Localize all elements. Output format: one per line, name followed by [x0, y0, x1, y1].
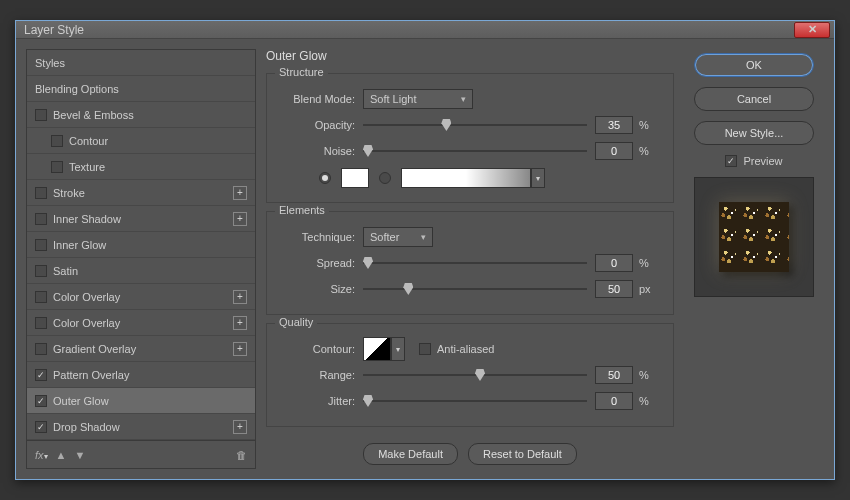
style-item-label: Inner Glow: [53, 239, 106, 251]
noise-unit: %: [639, 145, 661, 157]
blending-options-label: Blending Options: [35, 83, 119, 95]
size-unit: px: [639, 283, 661, 295]
down-icon[interactable]: ▼: [74, 449, 85, 461]
gradient-picker[interactable]: [401, 168, 531, 188]
gradient-radio[interactable]: [379, 172, 391, 184]
style-checkbox[interactable]: [51, 135, 63, 147]
quality-group: Quality Contour: ▾ Anti-aliased Range: 5…: [266, 323, 674, 427]
style-item-outer-glow[interactable]: Outer Glow: [27, 388, 255, 414]
range-slider[interactable]: [363, 368, 587, 382]
plus-icon[interactable]: +: [233, 212, 247, 226]
blend-mode-value: Soft Light: [370, 93, 416, 105]
style-checkbox[interactable]: [35, 369, 47, 381]
solid-color-radio[interactable]: [319, 172, 331, 184]
opacity-slider[interactable]: [363, 118, 587, 132]
opacity-value[interactable]: 35: [595, 116, 633, 134]
blending-options[interactable]: Blending Options: [27, 76, 255, 102]
reset-default-button[interactable]: Reset to Default: [468, 443, 577, 465]
spread-value[interactable]: 0: [595, 254, 633, 272]
up-icon[interactable]: ▲: [56, 449, 67, 461]
style-item-gradient-overlay[interactable]: Gradient Overlay+: [27, 336, 255, 362]
contour-label: Contour:: [279, 343, 355, 355]
style-checkbox[interactable]: [35, 187, 47, 199]
contour-swatch[interactable]: [363, 337, 391, 361]
technique-dropdown[interactable]: Softer ▾: [363, 227, 433, 247]
style-item-inner-shadow[interactable]: Inner Shadow+: [27, 206, 255, 232]
preview-label: Preview: [743, 155, 782, 167]
range-unit: %: [639, 369, 661, 381]
gradient-caret[interactable]: ▾: [531, 168, 545, 188]
style-item-label: Drop Shadow: [53, 421, 120, 433]
ok-button[interactable]: OK: [694, 53, 814, 77]
style-checkbox[interactable]: [35, 291, 47, 303]
contour-caret[interactable]: ▾: [391, 337, 405, 361]
style-item-inner-glow[interactable]: Inner Glow: [27, 232, 255, 258]
chevron-down-icon: ▾: [421, 232, 426, 242]
style-item-label: Stroke: [53, 187, 85, 199]
spread-unit: %: [639, 257, 661, 269]
color-swatch[interactable]: [341, 168, 369, 188]
style-item-label: Texture: [69, 161, 105, 173]
styles-sidebar: Styles Blending Options Bevel & EmbossCo…: [26, 49, 256, 469]
style-item-pattern-overlay[interactable]: Pattern Overlay: [27, 362, 255, 388]
plus-icon[interactable]: +: [233, 186, 247, 200]
close-button[interactable]: ✕: [794, 22, 830, 38]
style-item-label: Pattern Overlay: [53, 369, 129, 381]
style-checkbox[interactable]: [35, 239, 47, 251]
opacity-unit: %: [639, 119, 661, 131]
technique-label: Technique:: [279, 231, 355, 243]
style-item-color-overlay[interactable]: Color Overlay+: [27, 284, 255, 310]
elements-legend: Elements: [275, 204, 329, 216]
style-item-label: Bevel & Emboss: [53, 109, 134, 121]
plus-icon[interactable]: +: [233, 420, 247, 434]
cancel-button[interactable]: Cancel: [694, 87, 814, 111]
style-checkbox[interactable]: [35, 343, 47, 355]
style-checkbox[interactable]: [51, 161, 63, 173]
new-style-button[interactable]: New Style...: [694, 121, 814, 145]
make-default-button[interactable]: Make Default: [363, 443, 458, 465]
plus-icon[interactable]: +: [233, 290, 247, 304]
noise-value[interactable]: 0: [595, 142, 633, 160]
style-item-label: Color Overlay: [53, 291, 120, 303]
noise-label: Noise:: [279, 145, 355, 157]
opacity-label: Opacity:: [279, 119, 355, 131]
style-item-stroke[interactable]: Stroke+: [27, 180, 255, 206]
jitter-value[interactable]: 0: [595, 392, 633, 410]
preview-checkbox[interactable]: [725, 155, 737, 167]
styles-list: Styles Blending Options Bevel & EmbossCo…: [26, 49, 256, 441]
plus-icon[interactable]: +: [233, 342, 247, 356]
style-checkbox[interactable]: [35, 109, 47, 121]
style-item-drop-shadow[interactable]: Drop Shadow+: [27, 414, 255, 440]
size-slider[interactable]: [363, 282, 587, 296]
style-checkbox[interactable]: [35, 265, 47, 277]
range-value[interactable]: 50: [595, 366, 633, 384]
noise-slider[interactable]: [363, 144, 587, 158]
panel-title: Outer Glow: [266, 49, 674, 63]
jitter-label: Jitter:: [279, 395, 355, 407]
style-item-contour[interactable]: Contour: [27, 128, 255, 154]
jitter-slider[interactable]: [363, 394, 587, 408]
style-checkbox[interactable]: [35, 213, 47, 225]
style-item-label: Contour: [69, 135, 108, 147]
style-checkbox[interactable]: [35, 421, 47, 433]
style-item-label: Inner Shadow: [53, 213, 121, 225]
styles-header[interactable]: Styles: [27, 50, 255, 76]
style-checkbox[interactable]: [35, 317, 47, 329]
styles-header-label: Styles: [35, 57, 65, 69]
style-item-texture[interactable]: Texture: [27, 154, 255, 180]
style-item-label: Color Overlay: [53, 317, 120, 329]
style-item-bevel-emboss[interactable]: Bevel & Emboss: [27, 102, 255, 128]
style-checkbox[interactable]: [35, 395, 47, 407]
dialog-actions: OK Cancel New Style... Preview: [684, 49, 824, 469]
plus-icon[interactable]: +: [233, 316, 247, 330]
spread-label: Spread:: [279, 257, 355, 269]
close-icon: ✕: [808, 23, 817, 36]
fx-icon[interactable]: fx▾: [35, 449, 48, 461]
style-item-color-overlay[interactable]: Color Overlay+: [27, 310, 255, 336]
size-value[interactable]: 50: [595, 280, 633, 298]
spread-slider[interactable]: [363, 256, 587, 270]
blend-mode-dropdown[interactable]: Soft Light ▾: [363, 89, 473, 109]
trash-icon[interactable]: 🗑: [236, 449, 247, 461]
style-item-satin[interactable]: Satin: [27, 258, 255, 284]
antialiased-checkbox[interactable]: [419, 343, 431, 355]
